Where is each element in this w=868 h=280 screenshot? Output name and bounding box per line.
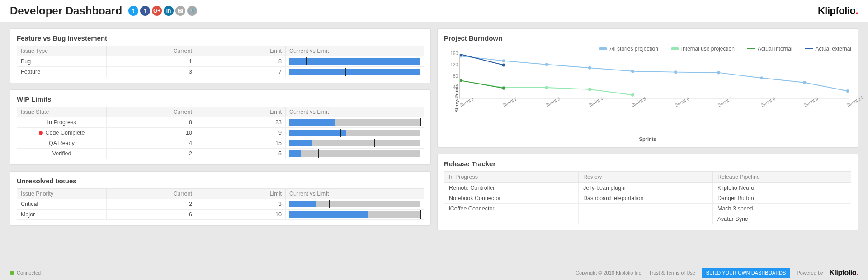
table-row: Notebook Connector Dashboard teleportati… [444,193,851,204]
limit-value: 7 [196,67,286,77]
bullet-bar [289,201,420,207]
release-item: Jelly-bean plug-in [579,183,713,193]
col-pipeline: Release Pipeline [713,172,851,183]
wip-limits-card: WIP Limits Issue State Current Limit Cur… [10,89,431,165]
card-title: Unresolved Issues [17,177,424,185]
current-value: 8 [107,117,196,128]
copyright: Copyright © 2016 Klipfolio Inc. [576,270,642,275]
footer-brand-logo[interactable]: Klipfolio. [830,269,858,277]
col-cvl: Current vs Limit [286,107,424,117]
connected-icon [10,271,14,275]
facebook-icon[interactable]: f [140,6,150,16]
wip-table: Issue State Current Limit Current vs Lim… [17,107,424,159]
unresolved-table: Issue Priority Current Limit Current vs … [17,188,424,220]
svg-point-18 [502,64,505,67]
release-item: Dashboard teleportation [579,193,713,204]
bullet-bar [289,119,420,126]
legend-all: All stories projection [609,46,658,52]
build-dashboards-button[interactable]: BUILD YOUR OWN DASHBOARDS [702,268,791,278]
limit-value: 3 [196,199,286,210]
bullet-bar [289,211,420,218]
current-value: 6 [107,210,196,220]
y-tick: 80 [446,74,458,79]
svg-point-4 [631,70,634,73]
issue-state: Verified [17,149,107,159]
y-tick: 0 [446,96,458,101]
release-item [579,204,713,214]
burndown-card: Project Burndown All stories projection … [437,28,858,148]
col-review: Review [579,172,713,183]
col-priority: Issue Priority [17,189,107,199]
col-issue-state: Issue State [17,107,107,117]
bullet-bar [289,69,420,75]
issue-state: Code Complete [17,128,107,138]
svg-point-13 [588,88,591,91]
limit-value: 10 [196,210,286,220]
issue-state: In Progress [17,117,107,128]
table-row: In Progress 8 23 [17,117,424,128]
release-item: iCoffee Connector [444,204,579,214]
y-tick: 120 [446,62,458,67]
current-value: 10 [107,128,196,138]
issue-type: Feature [17,67,107,77]
issue-priority: Major [17,210,107,220]
release-item: Avatar Sync [713,214,851,224]
table-row: Code Complete 10 9 [17,128,424,138]
x-axis-label: Sprints [444,136,851,142]
svg-point-12 [545,86,548,89]
footer: Connected Copyright © 2016 Klipfolio Inc… [0,266,868,280]
linkedin-icon[interactable]: in [164,6,174,16]
table-row: QA Ready 4 15 [17,138,424,149]
trust-link[interactable]: Trust & Terms of Use [649,270,695,275]
x-tick: Sprint 11 [846,95,864,108]
unresolved-card: Unresolved Issues Issue Priority Current… [10,171,431,226]
brand-logo[interactable]: Klipfolio. [818,5,858,17]
bullet-bar [289,58,420,65]
release-item: Mach 3 speed [713,204,851,214]
svg-point-6 [717,71,720,74]
limit-value: 9 [196,128,286,138]
release-item: Klipfolio Neuro [713,183,851,193]
table-row: Bug 1 8 [17,56,424,67]
col-limit: Limit [196,189,286,199]
card-title: Feature vs Bug Investement [17,34,424,42]
feature-vs-bug-table: Issue Type Current Limit Current vs Limi… [17,46,424,77]
table-row: Verified 2 5 [17,149,424,159]
limit-value: 23 [196,117,286,128]
mail-icon[interactable]: ✉ [175,6,185,16]
col-cvl: Current vs Limit [286,46,424,56]
current-value: 4 [107,138,196,149]
bullet-bar [289,140,420,146]
topbar: Developer Dashboard t f G+ in ✉ 🔗 Klipfo… [0,0,868,22]
card-title: Project Burndown [444,34,851,42]
svg-point-7 [760,76,763,79]
googleplus-icon[interactable]: G+ [152,6,162,16]
y-tick: 40 [446,85,458,90]
table-row: iCoffee Connector Mach 3 speed [444,204,851,214]
svg-point-1 [502,59,505,62]
card-title: WIP Limits [17,95,424,103]
table-row: Major 6 10 [17,210,424,220]
alert-icon [39,131,43,135]
svg-point-8 [803,81,806,84]
current-value: 2 [107,149,196,159]
twitter-icon[interactable]: t [128,6,138,16]
limit-value: 5 [196,149,286,159]
release-item: Danger Button [713,193,851,204]
svg-point-16 [502,87,505,90]
svg-point-15 [460,79,462,82]
y-tick: 160 [446,51,458,56]
card-title: Release Tracker [444,160,851,168]
table-row: Remote Controller Jelly-bean plug-in Kli… [444,183,851,193]
current-value: 1 [107,56,196,67]
issue-state: QA Ready [17,138,107,149]
table-row: Critical 2 3 [17,199,424,210]
svg-point-5 [674,70,677,74]
svg-point-9 [846,89,849,93]
social-row: t f G+ in ✉ 🔗 [128,6,197,16]
svg-point-2 [545,63,548,66]
connected-label: Connected [17,270,41,275]
link-icon[interactable]: 🔗 [187,6,197,16]
current-value: 3 [107,67,196,77]
legend-actext: Actual external [816,46,851,52]
